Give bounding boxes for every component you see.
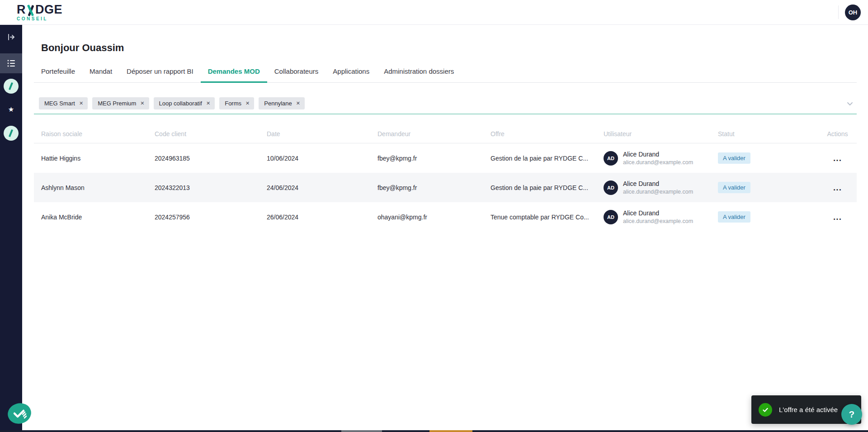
- main-content: Bonjour Ouassim Portefeuille Mandat Dépo…: [22, 25, 868, 430]
- help-button[interactable]: ?: [841, 404, 862, 425]
- user-email: alice.durand@example.com: [623, 218, 693, 224]
- status-badge: A valider: [718, 182, 750, 193]
- app-slash-icon: [4, 126, 19, 141]
- cell-demandeur: fbey@kpmg.fr: [370, 184, 483, 191]
- column-header: Code client: [147, 130, 259, 138]
- status-badge: A valider: [718, 211, 750, 223]
- rydge-logo[interactable]: RDGE CONSEIL: [17, 4, 62, 21]
- user-avatar-button[interactable]: OH: [845, 5, 861, 20]
- filter-chip-label: Forms: [225, 100, 241, 107]
- sidebar-favorites-icon[interactable]: ★: [0, 100, 22, 119]
- filter-chip[interactable]: Loop collaboratif ✕: [154, 97, 215, 109]
- table-row[interactable]: Ashlynn Mason 2024322013 24/06/2024 fbey…: [34, 173, 857, 202]
- topbar-divider: [838, 5, 839, 19]
- user-initials-avatar: AD: [604, 210, 618, 224]
- cell-actions: ...: [818, 212, 857, 222]
- cell-offre: Gestion de la paie par RYDGE C...: [483, 155, 596, 162]
- user-name: Alice Durand: [623, 151, 693, 158]
- table-body: Hattie Higgins 2024963185 10/06/2024 fbe…: [34, 143, 857, 232]
- more-actions-icon[interactable]: ...: [833, 212, 842, 222]
- tab[interactable]: Mandat: [82, 67, 119, 83]
- column-header: Offre: [483, 130, 596, 138]
- user-name: Alice Durand: [623, 209, 693, 217]
- cell-code-client: 2024963185: [147, 155, 259, 162]
- expand-sidebar-icon[interactable]: [0, 27, 22, 47]
- cell-raison-sociale: Hattie Higgins: [34, 155, 147, 162]
- app-slash-icon: [4, 79, 19, 94]
- sidebar-item-requests-list[interactable]: [0, 53, 22, 73]
- tasks-check-button[interactable]: [6, 400, 33, 428]
- filter-chip-label: MEG Premium: [98, 100, 136, 107]
- user-initials-avatar: AD: [604, 151, 618, 166]
- cell-demandeur: ohayani@kpmg.fr: [370, 214, 483, 221]
- success-check-icon: [759, 403, 772, 417]
- filter-chip-label: Pennylane: [264, 100, 292, 107]
- top-bar: RDGE CONSEIL OH: [0, 0, 868, 25]
- remove-chip-icon[interactable]: ✕: [296, 100, 300, 106]
- offer-filter-select[interactable]: MEG Smart ✕ MEG Premium ✕ Loop collabora…: [34, 97, 857, 114]
- cell-statut: A valider: [711, 211, 818, 223]
- user-email: alice.durand@example.com: [623, 159, 693, 166]
- cell-utilisateur: AD Alice Durand alice.durand@example.com: [596, 151, 711, 166]
- tab[interactable]: Portefeuille: [34, 67, 82, 83]
- cell-code-client: 2024322013: [147, 184, 259, 191]
- column-header: Date: [259, 130, 370, 138]
- filter-chip[interactable]: Forms ✕: [219, 97, 254, 109]
- cell-offre: Gestion de la paie par RYDGE C...: [483, 184, 596, 191]
- remove-chip-icon[interactable]: ✕: [245, 100, 250, 106]
- logo-tagline: CONSEIL: [17, 17, 62, 21]
- cell-date: 26/06/2024: [259, 214, 370, 221]
- tab[interactable]: Déposer un rapport BI: [119, 67, 201, 83]
- cell-statut: A valider: [711, 152, 818, 164]
- user-initials-avatar: AD: [604, 180, 618, 195]
- more-actions-icon[interactable]: ...: [833, 153, 842, 163]
- cell-utilisateur: AD Alice Durand alice.durand@example.com: [596, 209, 711, 224]
- user-email: alice.durand@example.com: [623, 189, 693, 195]
- tab[interactable]: Collaborateurs: [267, 67, 326, 83]
- taskbar-segment-gray: [341, 430, 382, 432]
- remove-chip-icon[interactable]: ✕: [79, 100, 83, 106]
- remove-chip-icon[interactable]: ✕: [140, 100, 144, 106]
- sidebar-app-icon-2[interactable]: [0, 123, 22, 143]
- filter-chip[interactable]: MEG Smart ✕: [39, 97, 88, 109]
- filter-chip-label: Loop collaboratif: [159, 100, 202, 107]
- logo-wordmark: RDGE: [17, 4, 62, 16]
- cell-raison-sociale: Ashlynn Mason: [34, 184, 147, 191]
- status-badge: A valider: [718, 152, 750, 164]
- more-actions-icon[interactable]: ...: [833, 183, 842, 192]
- filter-chip[interactable]: Pennylane ✕: [259, 97, 305, 109]
- taskbar-segment-orange: [429, 430, 472, 432]
- cell-actions: ...: [818, 153, 857, 163]
- cell-statut: A valider: [711, 182, 818, 193]
- table-row[interactable]: Hattie Higgins 2024963185 10/06/2024 fbe…: [34, 143, 857, 173]
- cell-date: 24/06/2024: [259, 184, 370, 191]
- cell-actions: ...: [818, 183, 857, 193]
- filter-chip-label: MEG Smart: [44, 100, 75, 107]
- cell-date: 10/06/2024: [259, 155, 370, 162]
- sidebar: ★: [0, 25, 22, 432]
- remove-chip-icon[interactable]: ✕: [206, 100, 210, 106]
- star-icon: ★: [8, 105, 14, 114]
- cell-offre: Tenue comptable par RYDGE Co...: [483, 214, 596, 221]
- column-header: Utilisateur: [596, 130, 711, 138]
- tab[interactable]: Administration dossiers: [377, 67, 461, 83]
- filter-chip[interactable]: MEG Premium ✕: [92, 97, 149, 109]
- logo-y-mark: [26, 5, 35, 16]
- cell-raison-sociale: Anika McBride: [34, 214, 147, 221]
- table-row[interactable]: Anika McBride 2024257956 26/06/2024 ohay…: [34, 202, 857, 232]
- cell-code-client: 2024257956: [147, 214, 259, 221]
- table-header: Raison sociale Code client Date Demandeu…: [34, 124, 857, 143]
- tab[interactable]: Applications: [326, 67, 377, 83]
- cell-demandeur: fbey@kpmg.fr: [370, 155, 483, 162]
- page-title: Bonjour Ouassim: [41, 42, 857, 54]
- cell-utilisateur: AD Alice Durand alice.durand@example.com: [596, 180, 711, 195]
- filter-chips: MEG Smart ✕ MEG Premium ✕ Loop collabora…: [39, 97, 846, 109]
- column-header: Actions: [818, 130, 857, 138]
- user-name: Alice Durand: [623, 180, 693, 187]
- toast-message: L'offre a été activée: [779, 406, 838, 413]
- sidebar-app-icon[interactable]: [0, 76, 22, 96]
- chevron-down-icon[interactable]: [846, 100, 854, 108]
- tab-bar: Portefeuille Mandat Déposer un rapport B…: [34, 67, 857, 83]
- taskbar-sliver: [0, 430, 868, 432]
- tab[interactable]: Demandes MOD: [201, 67, 267, 83]
